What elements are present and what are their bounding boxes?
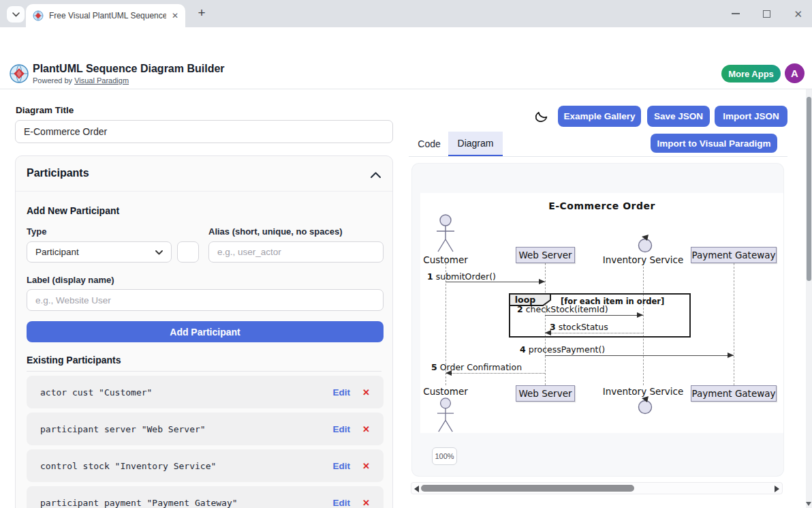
visual-paradigm-logo-icon: [8, 63, 30, 85]
message-return-arrow: [446, 373, 545, 374]
alias-label: Alias (short, unique, no spaces): [208, 226, 342, 237]
message-arrow: [545, 355, 734, 356]
edit-participant-button[interactable]: Edit: [333, 461, 351, 471]
browser-tab[interactable]: Free Visual PlantUML Sequence ✕: [26, 4, 185, 27]
participant-name: Inventory Service: [599, 254, 687, 265]
display-name-input[interactable]: [27, 289, 384, 311]
participant-box: Web Server: [516, 385, 575, 402]
message-return-arrow: [545, 333, 643, 333]
type-label: Type: [27, 226, 46, 237]
message-label: 2checkStock(itemId): [517, 304, 608, 314]
tabbar-divider: [409, 156, 787, 157]
delete-participant-icon[interactable]: ✕: [362, 387, 370, 398]
participants-title: Participants: [27, 167, 89, 179]
window-close-button[interactable]: ✕: [794, 9, 802, 19]
participant-row: control stock "Inventory Service" Edit ✕: [27, 449, 384, 482]
participant-code: control stock "Inventory Service": [40, 461, 216, 471]
message-arrow: [545, 315, 643, 316]
actor-icon: [434, 398, 457, 433]
arrowhead-icon: [446, 370, 452, 376]
display-name-label: Label (display name): [27, 275, 114, 285]
powered-by: Powered by Visual Paradigm: [33, 76, 129, 85]
lifeline-payment-gateway: [734, 263, 734, 385]
participant-box: Payment Gateway: [691, 247, 777, 263]
more-apps-button[interactable]: More Apps: [721, 65, 781, 83]
page-vertical-scrollbar[interactable]: [806, 89, 812, 508]
app-header: PlantUML Sequence Diagram Builder Powere…: [0, 58, 812, 89]
tab-code[interactable]: Code: [410, 132, 448, 156]
diagram-title-input[interactable]: [15, 120, 393, 143]
chevron-down-icon: [155, 247, 163, 257]
edit-participant-button[interactable]: Edit: [333, 498, 351, 508]
participants-card: Participants Add New Participant Type Al…: [15, 155, 393, 508]
zoom-level-badge[interactable]: 100%: [432, 447, 457, 465]
loop-label: loop: [515, 295, 535, 305]
visual-paradigm-link[interactable]: Visual Paradigm: [74, 76, 129, 85]
scroll-down-arrow-icon[interactable]: [806, 502, 811, 506]
browser-toolbar: ai-toolbox.visual-paradigm.com/app/plant…: [0, 27, 812, 58]
arrowhead-icon: [539, 279, 545, 284]
app-user-avatar[interactable]: A: [785, 63, 805, 83]
import-json-button[interactable]: Import JSON: [715, 106, 787, 127]
control-icon: [636, 234, 655, 253]
participant-box: Web Server: [516, 247, 575, 263]
type-select[interactable]: Participant: [27, 241, 172, 263]
participant-code: participant server "Web Server": [40, 424, 206, 434]
message-label: 3stockStatus: [550, 322, 608, 332]
alias-input[interactable]: [208, 241, 384, 263]
scroll-left-arrow-icon[interactable]: [414, 485, 419, 492]
type-extra-field[interactable]: [177, 241, 199, 263]
chevron-up-icon[interactable]: [371, 168, 381, 181]
save-json-button[interactable]: Save JSON: [647, 106, 710, 127]
delete-participant-icon[interactable]: ✕: [362, 498, 370, 508]
new-tab-button[interactable]: +: [193, 5, 210, 20]
example-gallery-button[interactable]: Example Gallery: [558, 106, 641, 127]
edit-participant-button[interactable]: Edit: [333, 424, 351, 434]
app-title: PlantUML Sequence Diagram Builder: [33, 63, 225, 75]
participants-header[interactable]: Participants: [16, 156, 392, 192]
arrowhead-icon: [545, 330, 551, 335]
participant-row: participant payment "Payment Gateway" Ed…: [27, 486, 384, 508]
message-label: 4processPayment(): [520, 344, 605, 355]
diagram-canvas[interactable]: E-Commerce Order Customer Web Server Inv…: [412, 164, 783, 476]
sequence-diagram: E-Commerce Order Customer Web Server Inv…: [420, 193, 783, 433]
actor-icon: [434, 213, 457, 253]
participant-row: participant server "Web Server" Edit ✕: [27, 413, 384, 445]
delete-participant-icon[interactable]: ✕: [362, 461, 370, 471]
favicon-visual-paradigm-icon: [33, 10, 44, 21]
participant-box: Payment Gateway: [691, 385, 777, 402]
tab-close-icon[interactable]: ✕: [172, 12, 178, 20]
type-select-value: Participant: [35, 247, 79, 257]
add-participant-button[interactable]: Add Participant: [27, 321, 384, 342]
window-minimize-button[interactable]: [732, 13, 740, 14]
browser-tab-strip: Free Visual PlantUML Sequence ✕ + ✕: [0, 0, 812, 27]
participant-name: Customer: [412, 254, 480, 265]
sequence-diagram-title: E-Commerce Order: [420, 200, 783, 211]
participant-code: actor cust "Customer": [40, 387, 152, 398]
tab-title: Free Visual PlantUML Sequence: [49, 11, 166, 20]
message-arrow: [446, 282, 545, 282]
existing-participants-heading: Existing Participants: [27, 355, 121, 365]
edit-participant-button[interactable]: Edit: [333, 387, 351, 398]
arrowhead-icon: [637, 312, 643, 318]
message-label: 5Order Confirmation: [431, 362, 522, 372]
scrollbar-thumb[interactable]: [421, 485, 634, 492]
tab-diagram[interactable]: Diagram: [448, 132, 503, 156]
scrollbar-thumb[interactable]: [807, 97, 811, 281]
diagram-horizontal-scrollbar[interactable]: [411, 482, 783, 494]
arrowhead-icon: [728, 353, 734, 358]
dark-mode-moon-icon[interactable]: [533, 108, 551, 126]
delete-participant-icon[interactable]: ✕: [362, 424, 370, 434]
diagram-title-label: Diagram Title: [16, 105, 74, 115]
scroll-right-arrow-icon[interactable]: [775, 485, 779, 492]
existing-divider: [27, 371, 381, 372]
import-to-visual-paradigm-button[interactable]: Import to Visual Paradigm: [651, 134, 777, 153]
participant-row: actor cust "Customer" Edit ✕: [27, 376, 384, 408]
tab-search-chevron-icon[interactable]: [7, 6, 25, 23]
add-new-participant-heading: Add New Participant: [27, 205, 119, 216]
participant-code: participant payment "Payment Gateway": [40, 498, 238, 508]
participant-name: Customer: [412, 386, 480, 397]
message-label: 1submitOrder(): [427, 271, 496, 282]
window-maximize-button[interactable]: [763, 10, 770, 18]
control-icon: [636, 395, 655, 415]
